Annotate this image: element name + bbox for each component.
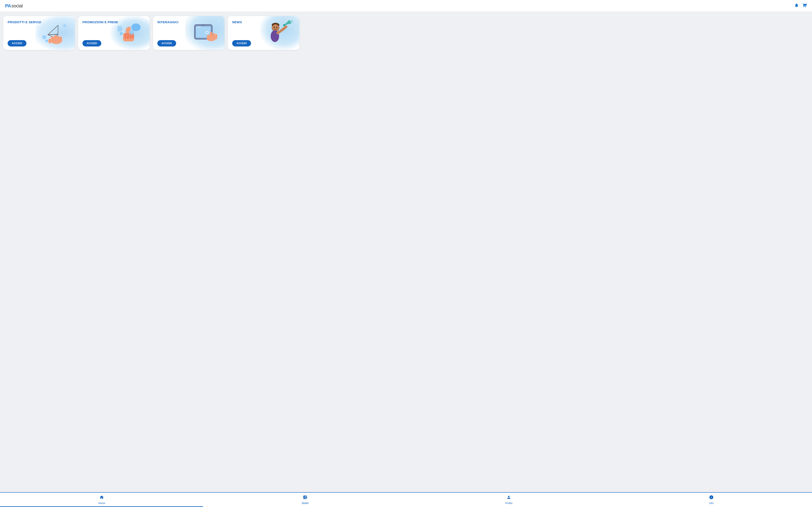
svg-rect-29: [207, 35, 210, 40]
header: PA social: [0, 0, 812, 12]
home-icon: [99, 495, 104, 501]
svg-rect-5: [54, 35, 57, 42]
wallet-icon: [303, 495, 307, 501]
card-interagisci-title: INTERAGISCI: [157, 20, 220, 24]
card-prodotti-title: PRODOTTI E SERVIZI: [8, 20, 70, 24]
svg-point-9: [42, 35, 46, 39]
svg-rect-7: [60, 37, 62, 42]
svg-point-10: [45, 40, 48, 42]
nav-item-info[interactable]: Info: [704, 493, 719, 506]
svg-rect-8: [48, 39, 51, 43]
svg-rect-13: [124, 33, 126, 39]
cart-icon[interactable]: [802, 3, 807, 9]
svg-point-17: [131, 23, 141, 31]
card-promozioni: PROMOZIONI E PREMI ACCEDI: [78, 16, 150, 50]
svg-rect-14: [127, 33, 129, 39]
svg-point-31: [206, 32, 208, 34]
nav-home-label: Home: [98, 502, 105, 505]
svg-rect-27: [212, 33, 215, 39]
bottom-nav: Home Wallet Profilo Info: [0, 492, 812, 507]
svg-rect-26: [210, 32, 212, 39]
svg-point-36: [276, 27, 277, 28]
nav-item-home[interactable]: Home: [93, 493, 110, 506]
svg-rect-23: [196, 27, 201, 27]
svg-rect-28: [215, 34, 217, 39]
nav-info-label: Info: [709, 502, 713, 505]
header-icons: [794, 3, 807, 9]
svg-marker-0: [46, 25, 61, 38]
nav-item-profilo[interactable]: Profilo: [500, 493, 517, 506]
svg-point-24: [203, 25, 204, 26]
svg-rect-6: [57, 36, 59, 42]
svg-rect-4: [51, 36, 54, 43]
svg-point-19: [117, 26, 122, 32]
svg-point-11: [63, 24, 66, 27]
notification-icon[interactable]: [794, 3, 799, 9]
svg-point-20: [119, 32, 123, 35]
card-promozioni-title: PROMOZIONI E PREMI: [83, 20, 146, 24]
card-promozioni-btn[interactable]: ACCEDI: [83, 40, 101, 47]
card-news: NEWS ACCEDI: [228, 16, 299, 50]
card-interagisci: INTERAGISCI ACCEDI: [153, 16, 224, 50]
svg-point-35: [274, 27, 275, 28]
logo-social: social: [11, 3, 22, 9]
svg-point-34: [272, 24, 279, 31]
info-icon: [709, 495, 714, 501]
card-prodotti: PRODOTTI E SERVIZI ACCEDI: [3, 16, 75, 50]
nav-profilo-label: Profilo: [505, 502, 512, 505]
svg-point-18: [129, 30, 134, 35]
nav-item-wallet[interactable]: Wallet: [297, 493, 314, 506]
nav-wallet-label: Wallet: [302, 502, 309, 505]
card-prodotti-btn[interactable]: ACCEDI: [8, 40, 27, 47]
logo: PA social: [5, 3, 22, 9]
person-icon: [506, 495, 511, 501]
logo-pa: PA: [5, 3, 11, 9]
main-content: PRODOTTI E SERVIZI ACCEDI: [0, 12, 812, 492]
card-news-btn[interactable]: ACCEDI: [232, 40, 251, 47]
cards-grid: PRODOTTI E SERVIZI ACCEDI: [3, 16, 299, 50]
card-interagisci-btn[interactable]: ACCEDI: [157, 40, 176, 47]
card-news-title: NEWS: [232, 20, 295, 24]
